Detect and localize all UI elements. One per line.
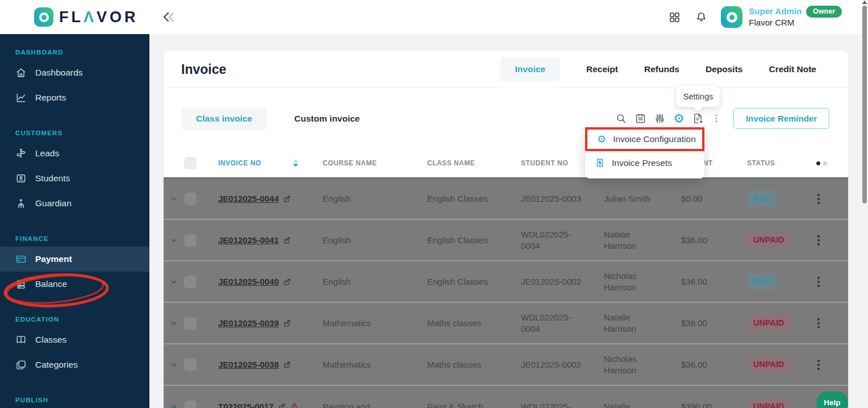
amount-cell: $390.00: [681, 401, 747, 408]
sidebar-item-label: Payment: [35, 254, 72, 264]
notes-icon[interactable]: [635, 113, 646, 124]
invoice-link[interactable]: JE012025-0040: [218, 276, 279, 288]
table-row[interactable]: JE012025-0044 English English Classes JE…: [164, 178, 848, 220]
column-invoice-no[interactable]: INVOICE NO: [218, 159, 323, 167]
invoice-link[interactable]: JE012025-0044: [218, 193, 279, 205]
scrollbar-up-arrow[interactable]: [862, 1, 867, 4]
sidebar-item-dashboards[interactable]: Dashboards: [0, 60, 149, 85]
tab-credit-note[interactable]: Credit Note: [769, 64, 816, 74]
external-link-icon[interactable]: [283, 278, 291, 286]
row-checkbox[interactable]: [184, 276, 197, 288]
column-pager-dots[interactable]: [816, 161, 848, 165]
menu-item-invoice-configuration[interactable]: ⚙ Invoice Configuration: [585, 127, 704, 151]
row-checkbox[interactable]: [184, 234, 197, 247]
select-all-checkbox[interactable]: [184, 157, 197, 169]
row-expand-chevron-down-icon[interactable]: [164, 194, 184, 203]
table-row[interactable]: JE012025-0038 Mathematics Maths classes …: [164, 344, 848, 386]
table-row[interactable]: JE012025-0041 English English Classes WD…: [164, 220, 848, 261]
external-link-icon[interactable]: [283, 236, 291, 244]
status-badge: UNPAID: [747, 398, 791, 408]
menu-item-label: Invoice Presets: [612, 158, 672, 168]
tab-refunds[interactable]: Refunds: [644, 64, 679, 74]
sidebar-section-finance: FINANCE: [15, 235, 149, 242]
table-row[interactable]: T022025-0017 Painting and Paint & Sketch…: [164, 386, 848, 408]
invoice-no-cell: JE012025-0041: [218, 235, 323, 246]
sidebar-item-categories[interactable]: Categories: [0, 352, 149, 377]
student-no-cell: JE012025-0002: [521, 359, 604, 370]
pager-dot-inactive[interactable]: [823, 161, 827, 165]
subtab-class-invoice[interactable]: Class invoice: [181, 107, 267, 130]
row-checkbox[interactable]: [184, 193, 197, 205]
course-name-cell: Mathematics: [323, 359, 427, 370]
file-add-icon[interactable]: [692, 113, 704, 124]
invoice-link[interactable]: JE012025-0039: [218, 318, 279, 329]
invoice-no-cell: T022025-0017: [218, 401, 323, 408]
tab-receipt[interactable]: Receipt: [586, 64, 618, 74]
table-row[interactable]: JE012025-0039 Mathematics Maths classes …: [164, 303, 848, 344]
row-checkbox[interactable]: [184, 359, 197, 371]
row-expand-chevron-down-icon[interactable]: [164, 277, 184, 286]
scrollbar-thumb[interactable]: [862, 6, 867, 203]
table-row[interactable]: JE012025-0040 English English Classes JE…: [164, 261, 848, 303]
filter-icon[interactable]: [654, 113, 666, 124]
row-checkbox[interactable]: [184, 317, 197, 330]
invoice-mode-subtabs: Class invoice Custom invoice: [181, 107, 375, 130]
invoice-reminder-button[interactable]: Invoice Reminder: [733, 108, 829, 129]
sidebar-item-reports[interactable]: Reports: [0, 85, 149, 110]
course-name-cell: Mathematics: [323, 318, 427, 329]
amount-cell: $36.00: [681, 276, 747, 288]
row-expand-chevron-down-icon[interactable]: [164, 402, 184, 408]
external-link-icon[interactable]: [283, 319, 291, 327]
menu-item-invoice-presets[interactable]: Invoice Presets: [585, 151, 704, 175]
user-role-label: Super Admin: [749, 6, 802, 17]
sidebar-item-classes[interactable]: Classes: [0, 327, 149, 352]
column-class-name[interactable]: CLASS NAME: [427, 159, 521, 167]
search-icon[interactable]: [615, 113, 627, 124]
row-actions-kebab-icon[interactable]: [817, 277, 848, 287]
user-info: Super Admin Owner Flavor CRM: [749, 6, 842, 28]
tab-deposits[interactable]: Deposits: [706, 64, 742, 74]
invoice-no-cell: JE012025-0044: [218, 193, 323, 205]
external-link-icon[interactable]: [283, 195, 291, 203]
pager-dot-active[interactable]: [816, 161, 820, 165]
student-name-cell: Nicholas Harrison: [604, 270, 681, 293]
row-actions-kebab-icon[interactable]: [817, 194, 848, 204]
sidebar-nav: DASHBOARD Dashboards Reports CUSTOMERS L…: [0, 34, 149, 408]
workspace-name: Flavor CRM: [749, 18, 842, 28]
sidebar-item-payment[interactable]: Payment: [0, 247, 149, 272]
help-button[interactable]: Help: [816, 392, 848, 408]
page-scrollbar[interactable]: [861, 0, 868, 408]
tab-invoice[interactable]: Invoice: [500, 57, 560, 82]
sort-icon[interactable]: [293, 159, 298, 167]
row-checkbox[interactable]: [184, 401, 197, 408]
row-expand-chevron-down-icon[interactable]: [164, 236, 184, 245]
apps-grid-icon[interactable]: [669, 11, 681, 23]
sidebar-item-balance[interactable]: Balance: [0, 272, 149, 297]
settings-gear-icon[interactable]: ⚙: [673, 113, 685, 124]
column-status[interactable]: STATUS: [747, 159, 816, 167]
invoice-link[interactable]: JE012025-0038: [218, 359, 279, 370]
sidebar-item-students[interactable]: Students: [0, 166, 149, 191]
sidebar-item-leads[interactable]: Leads: [0, 141, 149, 166]
settings-tooltip: Settings: [677, 86, 720, 107]
menu-item-label: Invoice Configuration: [613, 134, 696, 144]
row-actions-kebab-icon[interactable]: [817, 318, 848, 328]
notifications-bell-icon[interactable]: [695, 11, 707, 23]
sidebar-collapse-button[interactable]: [161, 10, 176, 24]
row-expand-chevron-down-icon[interactable]: [164, 319, 184, 328]
workspace-avatar[interactable]: [721, 6, 742, 28]
sidebar-section-customers: CUSTOMERS: [15, 130, 149, 136]
column-course-name[interactable]: COURSE NAME: [323, 159, 427, 167]
external-link-icon[interactable]: [278, 403, 286, 408]
invoice-link[interactable]: JE012025-0041: [218, 235, 279, 246]
subtab-custom-invoice[interactable]: Custom invoice: [279, 107, 374, 130]
row-actions-kebab-icon[interactable]: [817, 235, 848, 245]
invoice-link[interactable]: T022025-0017: [218, 401, 274, 408]
row-actions-kebab-icon[interactable]: [817, 360, 848, 370]
more-icon[interactable]: [711, 113, 721, 124]
external-link-icon[interactable]: [283, 361, 291, 369]
sidebar-item-guardian[interactable]: Guardian: [0, 191, 149, 216]
student-no-cell: JE012025-0003: [521, 193, 604, 205]
class-name-cell: Paint & Sketch: [427, 401, 521, 408]
row-expand-chevron-down-icon[interactable]: [164, 360, 184, 369]
